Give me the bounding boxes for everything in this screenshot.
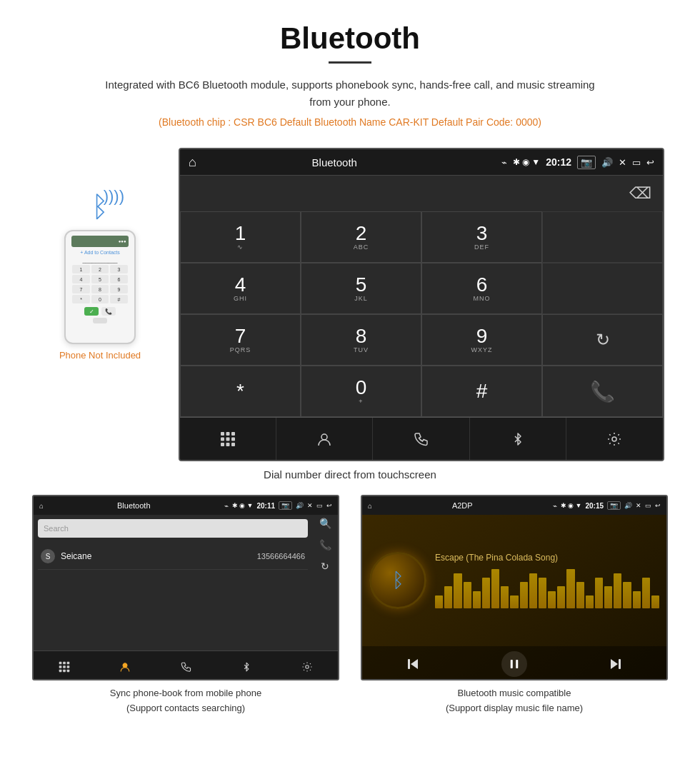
- dial-key-row4-empty: 📞: [542, 366, 663, 417]
- phone-call-icon: 📞: [101, 307, 116, 316]
- svg-rect-18: [63, 669, 66, 672]
- dial-key-2[interactable]: 2 ABC: [301, 211, 421, 263]
- phonebook-icon-rail: 🔍 📞 ↻: [312, 515, 338, 575]
- pb-search-icon[interactable]: 🔍: [319, 518, 331, 529]
- svg-rect-7: [226, 443, 230, 446]
- entry-name: Seicane: [61, 551, 257, 561]
- dial-key-4[interactable]: 4 GHI: [180, 263, 301, 314]
- dial-key-5[interactable]: 5 JKL: [301, 263, 421, 314]
- svg-rect-12: [63, 661, 66, 664]
- dial-key-7[interactable]: 7 PQRS: [180, 314, 301, 366]
- phonebook-main-area: Search S Seicane 13566664466 🔍 📞 ↻: [34, 515, 338, 575]
- phone-key-7: 7: [72, 285, 89, 293]
- dial-key-1[interactable]: 1 ∿: [180, 211, 301, 263]
- phone-mockup: ●●● + Add to Contacts ___________ 1 2 3 …: [64, 230, 136, 344]
- music-caption: Bluetooth music compatible (Support disp…: [446, 686, 583, 716]
- phone-dialpad: 1 2 3 4 5 6 7 8 9 * 0 #: [72, 265, 127, 303]
- music-visualizer: [435, 566, 659, 608]
- music-usb-icon: ⌁: [553, 502, 557, 510]
- svg-rect-6: [221, 443, 224, 446]
- music-controls: [362, 646, 666, 680]
- pb-nav-contacts[interactable]: [94, 651, 155, 680]
- car-screen-main: ⌂ Bluetooth ⌁ ✱ ◉ ▼ 20:12 📷 🔊 ✕ ▭ ↩ ⌫ 1 …: [179, 148, 664, 461]
- nav-contacts-btn[interactable]: [276, 418, 373, 460]
- phone-area: ᛒ )))) ●●● + Add to Contacts ___________…: [36, 148, 164, 361]
- music-screenshot: ⌂ A2DP ⌁ ✱ ◉ ▼ 20:15 📷 🔊 ✕ ▭ ↩ ᛒ Escape: [357, 495, 671, 716]
- title-underline: [329, 61, 371, 64]
- main-screen-caption: Dial number direct from touchscreen: [0, 468, 700, 481]
- music-playpause-btn[interactable]: [464, 651, 565, 677]
- nav-settings-btn[interactable]: [566, 418, 663, 460]
- music-prev-btn[interactable]: [362, 655, 464, 673]
- svg-point-20: [123, 663, 127, 667]
- svg-point-10: [612, 437, 616, 441]
- main-content: ᛒ )))) ●●● + Add to Contacts ___________…: [0, 148, 700, 461]
- pb-nav-bt[interactable]: [216, 651, 277, 680]
- pb-call-icon[interactable]: 📞: [319, 539, 331, 551]
- phone-key-4: 4: [72, 275, 89, 283]
- music-home-icon: ⌂: [368, 502, 372, 510]
- close-icon[interactable]: ✕: [619, 157, 626, 168]
- phone-bottom-buttons: ✓ 📞: [84, 307, 116, 316]
- nav-call-btn[interactable]: [373, 418, 469, 460]
- bluetooth-icon-wrapper: ᛒ )))): [91, 191, 109, 223]
- dial-key-8[interactable]: 8 TUV: [301, 314, 421, 366]
- pb-nav-call[interactable]: [155, 651, 216, 680]
- camera-icon[interactable]: 📷: [577, 156, 596, 169]
- music-next-btn[interactable]: [565, 655, 666, 673]
- phone-key-6: 6: [110, 275, 127, 283]
- pb-status-icons: ✱ ◉ ▼: [232, 502, 254, 509]
- dial-key-star[interactable]: *: [180, 366, 301, 417]
- svg-rect-3: [221, 437, 224, 441]
- dial-key-refresh[interactable]: ↻: [542, 314, 663, 366]
- phone-display: ___________: [83, 257, 118, 263]
- phone-key-9: 9: [110, 285, 127, 293]
- dial-key-3[interactable]: 3 DEF: [421, 211, 542, 263]
- svg-rect-1: [226, 432, 230, 436]
- music-song-title: Escape (The Pina Colada Song): [435, 553, 659, 563]
- nav-bluetooth-btn[interactable]: [470, 418, 566, 460]
- phone-key-2: 2: [91, 265, 109, 273]
- pb-window-icon: ▭: [316, 502, 323, 509]
- svg-rect-5: [231, 437, 235, 441]
- svg-rect-0: [221, 432, 224, 436]
- page-specs: (Bluetooth chip : CSR BC6 Default Blueto…: [14, 116, 686, 128]
- svg-point-21: [306, 665, 309, 668]
- pb-refresh-icon[interactable]: ↻: [321, 561, 329, 572]
- dial-key-hash[interactable]: #: [421, 366, 542, 417]
- music-play-icon[interactable]: [501, 651, 527, 677]
- phonebook-search[interactable]: Search: [38, 519, 308, 538]
- pb-nav-dialpad[interactable]: [34, 651, 94, 680]
- pb-nav-settings[interactable]: [277, 651, 338, 680]
- entry-number: 13566664466: [257, 552, 305, 561]
- volume-icon[interactable]: 🔊: [601, 157, 613, 168]
- svg-rect-23: [408, 659, 410, 669]
- dial-key-0[interactable]: 0 +: [301, 366, 421, 417]
- dial-key-6[interactable]: 6 MNO: [421, 263, 542, 314]
- phone-key-1: 1: [72, 265, 89, 273]
- music-album-art: ᛒ: [369, 552, 426, 609]
- pb-vol-icon: 🔊: [296, 502, 304, 509]
- pb-time: 20:11: [256, 502, 275, 510]
- dial-key-9[interactable]: 9 WXYZ: [421, 314, 542, 366]
- music-close-icon: ✕: [636, 502, 641, 509]
- svg-rect-24: [511, 660, 513, 668]
- phonebook-entry[interactable]: S Seicane 13566664466: [38, 543, 308, 570]
- window-icon[interactable]: ▭: [632, 157, 641, 168]
- nav-dialpad-btn[interactable]: [180, 418, 276, 460]
- svg-rect-16: [66, 665, 69, 668]
- back-icon[interactable]: ↩: [646, 157, 654, 168]
- music-status-icons: ✱ ◉ ▼: [561, 502, 582, 509]
- phonebook-screenshot: ⌂ Bluetooth ⌁ ✱ ◉ ▼ 20:11 📷 🔊 ✕ ▭ ↩ Sear…: [29, 495, 343, 716]
- svg-rect-25: [516, 660, 518, 668]
- svg-rect-19: [66, 669, 69, 672]
- phone-key-5: 5: [91, 275, 109, 283]
- call-green-icon[interactable]: 📞: [590, 380, 615, 403]
- svg-rect-27: [619, 659, 621, 669]
- backspace-icon[interactable]: ⌫: [629, 184, 651, 203]
- pb-home-icon: ⌂: [39, 502, 44, 510]
- phonebook-list: Search S Seicane 13566664466: [34, 515, 312, 575]
- dialpad-display: ⌫: [180, 176, 663, 211]
- phone-top-bar: ●●●: [71, 236, 128, 247]
- music-camera-icon: 📷: [607, 501, 621, 510]
